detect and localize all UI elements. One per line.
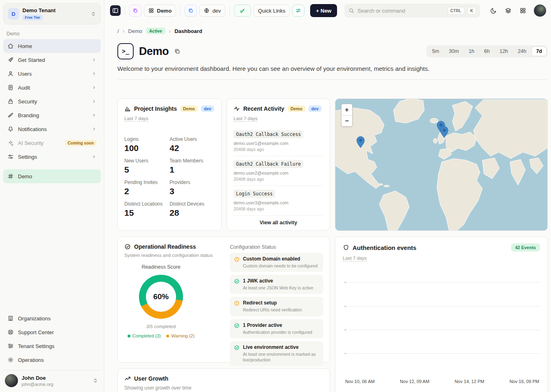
metric-label: Team Members: [170, 158, 215, 164]
sidebar-item-tenant-settings[interactable]: Tenant Settings: [3, 339, 101, 353]
project-switcher-button[interactable]: Demo: [144, 4, 176, 17]
time-range-1h[interactable]: 1h: [464, 46, 479, 56]
quick-links-settings-button[interactable]: [292, 4, 304, 17]
chevron-right-icon: [92, 113, 97, 118]
activity-item[interactable]: Oauth2 Callback Failure demo.user2@examp…: [234, 156, 323, 186]
dark-mode-toggle[interactable]: [487, 4, 500, 18]
user-menu[interactable]: John Doe john@acme.org: [3, 370, 101, 388]
copy-title-icon[interactable]: [174, 48, 181, 55]
zoom-out-button[interactable]: −: [342, 115, 352, 126]
sidebar-item-demo-project[interactable]: Demo: [3, 169, 101, 183]
command-search[interactable]: CTRL K: [344, 4, 480, 18]
quick-links-button[interactable]: Quick Links: [253, 4, 290, 17]
collapse-sidebar-button[interactable]: [110, 5, 121, 16]
card-title: Recent Activity: [243, 105, 284, 112]
sidebar-item-support-center[interactable]: Support Center: [3, 325, 101, 339]
time-range-24h[interactable]: 24h: [514, 46, 531, 56]
sidebar-item-get-started[interactable]: Get Started: [3, 53, 101, 67]
activity-item[interactable]: Oauth2 Callback Success demo.user1@examp…: [234, 127, 323, 156]
api-keys-button[interactable]: [234, 4, 251, 17]
chevron-right-icon: [92, 99, 97, 104]
legend-label: Completed (3): [132, 333, 161, 338]
chart-gridline: [349, 282, 539, 283]
metric: Providers3: [170, 180, 215, 196]
sidebar-item-settings[interactable]: Settings: [3, 150, 101, 164]
new-button[interactable]: + New: [310, 4, 337, 17]
readiness-score-label: Readiness Score: [124, 264, 198, 270]
sparkles-icon: [7, 140, 14, 146]
user-locations-map[interactable]: + −: [335, 99, 548, 231]
search-input[interactable]: [357, 8, 444, 14]
breadcrumb-project-link[interactable]: Demo: [128, 28, 142, 34]
check-description: Redirect URIs need verification: [243, 307, 302, 313]
card-header: User Growth: [124, 375, 323, 382]
copy-project-button[interactable]: [129, 4, 141, 17]
environment-label: dev: [212, 8, 221, 14]
page-subtitle: Welcome to your environment dashboard. H…: [117, 65, 548, 72]
project-insights-card: Project Insights Demo dev Last 7 days Lo…: [117, 99, 222, 231]
terminal-icon: >_: [117, 43, 134, 59]
metric: Active Users42: [170, 136, 215, 153]
topbar-divider: [180, 6, 181, 15]
time-range-30m[interactable]: 30m: [445, 46, 463, 56]
breadcrumb-root-link[interactable]: /: [117, 28, 119, 34]
chevron-right-icon: [92, 154, 97, 159]
check-description: At least one JSON Web Key is active: [243, 285, 313, 291]
sidebar-item-branding[interactable]: Branding: [3, 108, 101, 122]
settings-icon: [7, 153, 14, 160]
world-map[interactable]: [335, 99, 547, 230]
shortcut-ctrl-key: CTRL: [447, 7, 464, 15]
user-name: John Doe: [22, 375, 89, 381]
configuration-status-title: Configuration Status: [230, 244, 323, 250]
project-badge: Demo: [288, 105, 305, 112]
sidebar-item-notifications[interactable]: Notifications: [3, 122, 101, 136]
metric-value: 1: [170, 165, 215, 175]
environment-switcher-button[interactable]: dev: [199, 4, 225, 17]
sidebar-item-security[interactable]: Security: [3, 94, 101, 108]
time-range-12h[interactable]: 12h: [495, 46, 513, 56]
time-range-5m[interactable]: 5m: [428, 46, 443, 56]
readiness-donut-stack: Readiness Score 60% 3/5 completed Comple…: [124, 264, 198, 338]
apps-grid-button[interactable]: [517, 4, 529, 18]
nav-label: Demo: [18, 173, 32, 180]
time-range-7d[interactable]: 7d: [531, 46, 547, 56]
events-count-badge: 42 Events: [511, 243, 540, 252]
readiness-donut: 60%: [139, 275, 183, 319]
sidebar-item-users[interactable]: Users: [3, 67, 101, 81]
lifebuoy-icon: [7, 329, 14, 335]
metric: New Users5: [124, 158, 170, 175]
shortcut-k-key: K: [467, 7, 476, 15]
chevron-right-icon: [92, 127, 97, 131]
topbar-user-avatar[interactable]: [534, 4, 546, 17]
nav-label: Notifications: [18, 126, 47, 132]
sidebar-item-audit[interactable]: Audit: [3, 81, 101, 94]
chart-gridline: [349, 353, 539, 354]
globe-icon: [204, 8, 209, 13]
readiness-score-panel: Operational Readiness System readiness a…: [124, 243, 224, 366]
app-root: D Demo Tenant Free Tier Demo Home Get St…: [0, 0, 551, 392]
copy-environment-button[interactable]: [185, 4, 197, 17]
sidebar-item-operations[interactable]: Operations: [3, 353, 101, 367]
card-header: Recent Activity Demo dev: [234, 105, 323, 112]
metric: Distinct Locations15: [124, 201, 170, 218]
card-subtitle: Showing user growth over time: [124, 385, 323, 391]
sidebar-item-organizations[interactable]: Organizations: [3, 311, 101, 325]
copy-icon: [188, 8, 194, 13]
time-range-6h[interactable]: 6h: [480, 46, 494, 56]
legend-dot: [166, 335, 169, 337]
sidebar-item-home[interactable]: Home: [3, 39, 101, 53]
main-area: Demo dev Quick Links + New: [104, 0, 551, 392]
stack-menu-button[interactable]: [502, 4, 514, 18]
card-header: Operational Readiness: [124, 243, 224, 250]
hash-icon: [7, 173, 14, 180]
panel-left-icon: [112, 7, 119, 14]
metric-label: Pending Invites: [124, 180, 170, 185]
config-check-item: 1 JWK activeAt least one JSON Web Key is…: [230, 275, 323, 294]
nav-label: Operations: [18, 357, 44, 363]
nav-label: Settings: [18, 154, 37, 160]
bar-chart-icon: [124, 105, 131, 112]
tenant-selector[interactable]: D Demo Tenant Free Tier: [3, 3, 101, 24]
zoom-in-button[interactable]: +: [342, 104, 352, 115]
view-all-activity-link[interactable]: View all activity: [234, 220, 323, 226]
activity-item[interactable]: Login Success demo.user3@example.com 204…: [234, 186, 323, 216]
